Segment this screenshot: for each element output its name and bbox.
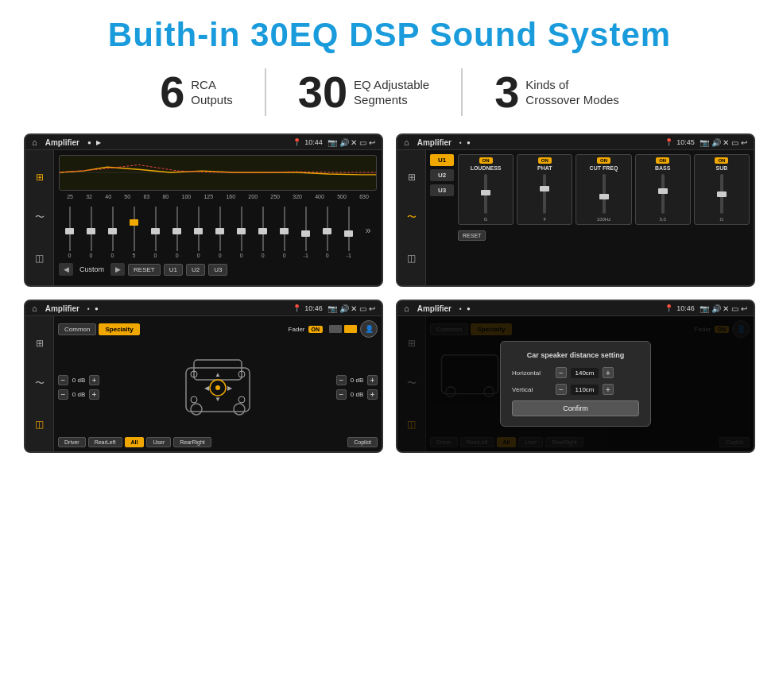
app-name-1: Amplifier bbox=[45, 138, 79, 147]
screen4-content: ⊞ 〜 ◫ Common Specialty Fader ON 👤 bbox=[397, 316, 754, 451]
sidebar-vol2-icon[interactable]: ◫ bbox=[403, 249, 421, 267]
db-control-fl: − 0 dB + bbox=[58, 375, 99, 385]
rearright-btn[interactable]: RearRight bbox=[173, 437, 211, 447]
status-dots-3: ▪ ● bbox=[87, 305, 100, 312]
db-plus-rl[interactable]: + bbox=[89, 389, 99, 400]
eq-u3-btn[interactable]: U3 bbox=[208, 264, 227, 276]
db-minus-rl[interactable]: − bbox=[58, 389, 68, 400]
copilot-btn[interactable]: Copilot bbox=[347, 437, 378, 447]
eq-next-btn[interactable]: ▶ bbox=[110, 263, 125, 276]
sidebar-cross-icon[interactable]: 〜 bbox=[403, 209, 421, 226]
eq-slider-8[interactable]: 0 bbox=[237, 207, 246, 258]
channel-sub-toggle[interactable]: ON bbox=[715, 157, 728, 164]
svg-text:▶: ▶ bbox=[227, 385, 233, 392]
eq-slider-13[interactable]: -1 bbox=[344, 207, 354, 258]
time-4: 📍 10:46 bbox=[665, 304, 695, 312]
svg-point-4 bbox=[234, 404, 245, 415]
sidebar-wave3-icon[interactable]: 〜 bbox=[31, 375, 48, 393]
eq-reset-btn[interactable]: RESET bbox=[128, 264, 161, 276]
preset-u3-btn[interactable]: U3 bbox=[430, 184, 454, 196]
dialog-horizontal-plus[interactable]: + bbox=[603, 367, 614, 378]
db-minus-fl[interactable]: − bbox=[58, 375, 68, 385]
channel-cutfreq-toggle[interactable]: ON bbox=[597, 157, 610, 164]
dialog-confirm-btn[interactable]: Confirm bbox=[512, 400, 639, 416]
channel-loudness-slider[interactable] bbox=[484, 174, 487, 214]
dialog-horizontal-minus[interactable]: − bbox=[556, 367, 567, 378]
time-2: 📍 10:45 bbox=[665, 138, 695, 146]
channel-sub-slider[interactable] bbox=[720, 174, 723, 214]
eq-slider-0[interactable]: 0 bbox=[65, 207, 75, 258]
fader-action-buttons: Driver RearLeft All User RearRight Copil… bbox=[58, 437, 378, 447]
channel-bass: ON BASS 3.0 bbox=[635, 154, 691, 225]
eq-slider-2[interactable]: 0 bbox=[108, 207, 118, 258]
all-btn[interactable]: All bbox=[125, 437, 145, 447]
eq-slider-7[interactable]: 0 bbox=[215, 207, 225, 258]
channel-phat-toggle[interactable]: ON bbox=[538, 157, 552, 164]
db-plus-fl[interactable]: + bbox=[89, 375, 99, 385]
crossover-reset-btn[interactable]: RESET bbox=[458, 230, 486, 241]
eq-slider-9[interactable]: 0 bbox=[258, 207, 268, 258]
db-minus-fr[interactable]: − bbox=[336, 375, 347, 385]
home-icon-1[interactable]: ⌂ bbox=[32, 137, 37, 147]
svg-point-7 bbox=[191, 396, 197, 403]
eq-labels: 253240506380100125160200250320400500630 bbox=[59, 194, 377, 199]
channel-bass-slider[interactable] bbox=[661, 174, 665, 214]
screen1-sidebar: ⊞ 〜 ◫ bbox=[25, 150, 54, 285]
eq-slider-11[interactable]: -1 bbox=[301, 207, 311, 258]
screen-eq: ⌂ Amplifier ● ▶ 📍 10:44 📷 🔊 ✕ ▭ ↩ ⊞ 〜 ◫ bbox=[24, 133, 383, 287]
eq-slider-12[interactable]: 0 bbox=[323, 207, 332, 258]
eq-slider-4[interactable]: 0 bbox=[151, 207, 161, 258]
eq-slider-10[interactable]: 0 bbox=[280, 207, 289, 258]
eq-arrows[interactable]: » bbox=[366, 225, 371, 236]
channel-cutfreq: ON CUT FREQ 100Hz bbox=[576, 154, 631, 225]
eq-slider-5[interactable]: 0 bbox=[172, 207, 182, 258]
screen-crossover: ⌂ Amplifier ▪ ● 📍 10:45 📷 🔊 ✕ ▭ ↩ ⊞ 〜 ◫ … bbox=[396, 133, 755, 287]
home-icon-4[interactable]: ⌂ bbox=[404, 304, 409, 313]
stat-crossover-number: 3 bbox=[494, 70, 519, 114]
channel-loudness-name: LOUDNESS bbox=[471, 165, 502, 171]
time-1: 📍 10:44 bbox=[293, 138, 323, 146]
sidebar-eq3-icon[interactable]: ⊞ bbox=[31, 335, 48, 352]
channel-bass-toggle[interactable]: ON bbox=[656, 157, 669, 164]
home-icon-2[interactable]: ⌂ bbox=[404, 137, 409, 147]
user-btn[interactable]: User bbox=[146, 437, 171, 447]
eq-slider-6[interactable]: 0 bbox=[194, 207, 203, 258]
home-icon-3[interactable]: ⌂ bbox=[32, 304, 37, 313]
fader-avatar[interactable]: 👤 bbox=[360, 320, 378, 338]
dialog-horizontal-label: Horizontal bbox=[512, 369, 552, 377]
db-minus-rr[interactable]: − bbox=[336, 389, 347, 400]
eq-curve-svg bbox=[60, 156, 376, 190]
sidebar-fader-icon[interactable]: ◫ bbox=[31, 416, 48, 433]
status-dots-4: ▪ ● bbox=[459, 305, 472, 312]
sidebar-eq2-icon[interactable]: ⊞ bbox=[403, 168, 421, 186]
driver-btn[interactable]: Driver bbox=[58, 437, 86, 447]
sidebar-eq-icon[interactable]: ⊞ bbox=[31, 168, 48, 186]
sidebar-volume-icon[interactable]: ◫ bbox=[31, 249, 48, 267]
eq-preset-label: Custom bbox=[79, 265, 104, 273]
rearleft-btn[interactable]: RearLeft bbox=[88, 437, 122, 447]
fader-common-btn[interactable]: Common bbox=[58, 323, 96, 335]
screen-dialog: ⌂ Amplifier ▪ ● 📍 10:46 📷 🔊 ✕ ▭ ↩ ⊞ 〜 ◫ bbox=[396, 300, 755, 453]
db-plus-rr[interactable]: + bbox=[367, 389, 378, 400]
channel-phat-slider[interactable] bbox=[543, 174, 546, 214]
dialog-vertical-minus[interactable]: − bbox=[556, 384, 567, 395]
channel-loudness-toggle[interactable]: ON bbox=[479, 157, 493, 164]
dialog-vertical-plus[interactable]: + bbox=[603, 384, 614, 395]
eq-slider-3[interactable]: 5 bbox=[130, 207, 139, 258]
crossover-content: U1 U2 U3 ON LOUDNESS G bbox=[426, 150, 754, 285]
spacer bbox=[214, 437, 345, 447]
app-name-3: Amplifier bbox=[45, 304, 79, 313]
eq-prev-btn[interactable]: ◀ bbox=[59, 263, 73, 276]
channel-cutfreq-name: CUT FREQ bbox=[590, 165, 618, 171]
db-plus-fr[interactable]: + bbox=[367, 375, 378, 385]
sidebar-wave-icon[interactable]: 〜 bbox=[31, 209, 48, 226]
location-icon-2: 📍 bbox=[665, 138, 673, 146]
eq-u1-btn[interactable]: U1 bbox=[164, 264, 183, 276]
preset-u1-btn[interactable]: U1 bbox=[430, 154, 454, 166]
eq-u2-btn[interactable]: U2 bbox=[186, 264, 205, 276]
channel-phat-value: F bbox=[543, 217, 546, 222]
channel-cutfreq-slider[interactable] bbox=[603, 174, 606, 214]
fader-specialty-btn[interactable]: Specialty bbox=[99, 323, 139, 335]
preset-u2-btn[interactable]: U2 bbox=[430, 169, 454, 181]
eq-slider-1[interactable]: 0 bbox=[87, 207, 96, 258]
